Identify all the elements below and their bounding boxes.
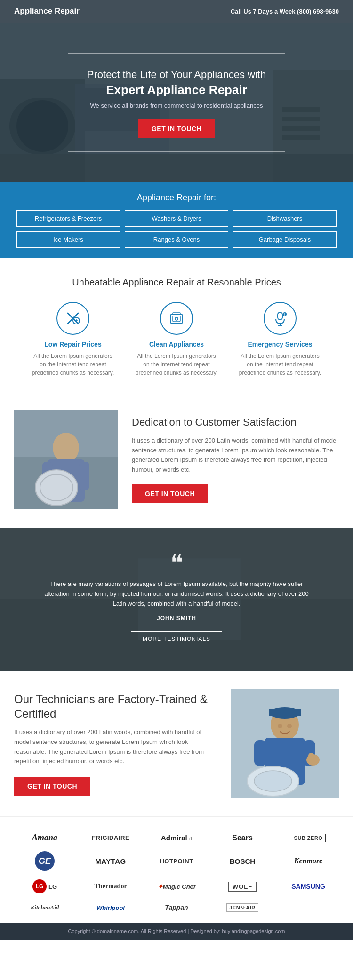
hero-title-light: Protect the Life of Your Appliances with — [87, 69, 266, 81]
certified-content: Our Technicians are Factory-Trained & Ce… — [14, 692, 217, 796]
svg-point-27 — [284, 315, 285, 316]
brands-grid: Amana FRIGIDAIRE Admiral ñ Sears SUB·ZER… — [14, 831, 339, 913]
brand-sears: Sears — [229, 832, 256, 844]
feature-2-desc: All the Lorem Ipsum generators on the In… — [134, 352, 219, 377]
hero-subtitle: We service all brands from commercial to… — [87, 102, 266, 109]
brand-hotpoint: HOTPOINT — [157, 856, 196, 867]
dedication-image — [14, 410, 118, 509]
brand-ge: GE — [35, 851, 55, 871]
logo-suffix: Repair — [52, 7, 80, 16]
feature-1-desc: All the Lorem Ipsum generators on the In… — [31, 352, 115, 377]
svg-rect-45 — [254, 740, 266, 766]
dedication-content: Dedication to Customer Satisfaction It u… — [132, 416, 339, 503]
dedication-desc: It uses a dictionary of over 200 Latin w… — [132, 436, 339, 475]
feature-3-desc: All the Lorem Ipsum generators on the In… — [238, 352, 322, 377]
brand-kenmore: Kenmore — [291, 855, 325, 867]
svg-point-49 — [278, 724, 282, 728]
brand-amana: Amana — [29, 831, 60, 845]
dedication-cta-button[interactable]: GET IN TOUCH — [132, 484, 208, 503]
logo-brand: Appliance — [14, 7, 52, 16]
features-section: Unbeatable Appliance Repair at Resonable… — [0, 258, 353, 391]
clean-icon — [160, 302, 193, 335]
svg-rect-33 — [79, 462, 89, 490]
quote-mark: ❝ — [38, 551, 315, 575]
certified-image — [231, 689, 339, 798]
svg-rect-43 — [269, 709, 301, 716]
contact-info: Call Us 7 Days a Week (800) 698-9630 — [231, 8, 339, 15]
brand-tappan: Tappan — [162, 902, 191, 913]
features-grid: Low Repair Prices All the Lorem Ipsum ge… — [14, 302, 339, 377]
more-testimonials-button[interactable]: MORE TESTIMONIALS — [131, 631, 222, 647]
testimonial-section: ❝ There are many variations of passages … — [0, 528, 353, 671]
service-garbage[interactable]: Garbage Disposals — [233, 231, 337, 248]
svg-point-50 — [287, 724, 292, 728]
brand-magicchef: ✦Magic Chef — [155, 881, 198, 892]
brand-frigidaire: FRIGIDAIRE — [89, 832, 132, 843]
testimonial-text: There are many variations of passages of… — [38, 579, 315, 609]
service-ice-makers[interactable]: Ice Makers — [16, 231, 120, 248]
svg-point-20 — [175, 317, 178, 320]
emergency-icon — [264, 302, 297, 335]
svg-point-34 — [35, 470, 78, 506]
svg-rect-48 — [308, 753, 314, 762]
hero-section: Protect the Life of Your Appliances with… — [0, 23, 353, 182]
hero-title-bold: Expert Appliance Repair — [87, 83, 266, 97]
brand-lg: LG LG — [30, 877, 60, 895]
phone-number[interactable]: (800) 698-9630 — [297, 8, 339, 15]
certified-title: Our Technicians are Factory-Trained & Ce… — [14, 692, 217, 721]
svg-point-52 — [254, 771, 292, 791]
testimonial-content: ❝ There are many variations of passages … — [38, 551, 315, 647]
dedication-section: Dedication to Customer Satisfaction It u… — [0, 391, 353, 528]
brand-jennair: JENN·AIR — [226, 903, 258, 912]
service-ranges[interactable]: Ranges & Ovens — [125, 231, 228, 248]
testimonial-author: JOHN SMITH — [38, 615, 315, 622]
svg-rect-19 — [173, 316, 180, 322]
certified-section: Our Technicians are Factory-Trained & Ce… — [0, 671, 353, 816]
hero-content-box: Protect the Life of Your Appliances with… — [68, 53, 285, 152]
feature-2-label: Clean Appliances — [134, 340, 219, 348]
brands-section: Amana FRIGIDAIRE Admiral ñ Sears SUB·ZER… — [0, 816, 353, 923]
hero-cta-button[interactable]: GET IN TOUCH — [138, 119, 215, 138]
feature-emergency: Emergency Services All the Lorem Ipsum g… — [238, 302, 322, 377]
feature-clean: Clean Appliances All the Lorem Ipsum gen… — [134, 302, 219, 377]
services-band: Appliance Repair for: Refrigerators & Fr… — [0, 182, 353, 258]
svg-point-30 — [53, 433, 79, 463]
brand-admiral: Admiral ñ — [158, 832, 195, 844]
brand-bosch: BOSCH — [227, 855, 258, 867]
footer-text: Copyright © domainname.com. All Rights R… — [68, 928, 285, 934]
feature-1-label: Low Repair Prices — [31, 340, 115, 348]
service-washers[interactable]: Washers & Dryers — [125, 210, 228, 227]
feature-low-price: Low Repair Prices All the Lorem Ipsum ge… — [31, 302, 115, 377]
brand-thermador: Thermador — [91, 881, 129, 892]
certified-desc: It uses a dictionary of over 200 Latin w… — [14, 727, 217, 767]
service-dishwashers[interactable]: Dishwashers — [233, 210, 337, 227]
services-grid: Refrigerators & Freezers Washers & Dryer… — [16, 210, 337, 248]
site-header: Appliance Repair Call Us 7 Days a Week (… — [0, 0, 353, 23]
logo[interactable]: Appliance Repair — [14, 7, 80, 16]
features-title: Unbeatable Appliance Repair at Resonable… — [14, 277, 339, 288]
brand-empty — [305, 906, 311, 909]
brand-samsung: SAMSUNG — [289, 881, 328, 892]
brand-whirlpool: Whirlpool — [94, 902, 128, 913]
svg-rect-22 — [278, 312, 282, 320]
brand-wolf: WOLF — [228, 882, 257, 892]
brand-subzero: SUB·ZERO — [291, 834, 326, 842]
certified-cta-button[interactable]: GET IN TOUCH — [14, 777, 90, 796]
services-title: Appliance Repair for: — [14, 193, 339, 203]
dedication-title: Dedication to Customer Satisfaction — [132, 416, 339, 429]
site-footer: Copyright © domainname.com. All Rights R… — [0, 923, 353, 940]
service-refrigerators[interactable]: Refrigerators & Freezers — [16, 210, 120, 227]
feature-3-label: Emergency Services — [238, 340, 322, 348]
contact-prefix: Call Us 7 Days a Week — [231, 8, 297, 15]
low-price-icon — [56, 302, 89, 335]
brand-maytag: MAYTAG — [92, 855, 129, 867]
brand-kitchenaid: KitchenAid — [28, 902, 62, 913]
